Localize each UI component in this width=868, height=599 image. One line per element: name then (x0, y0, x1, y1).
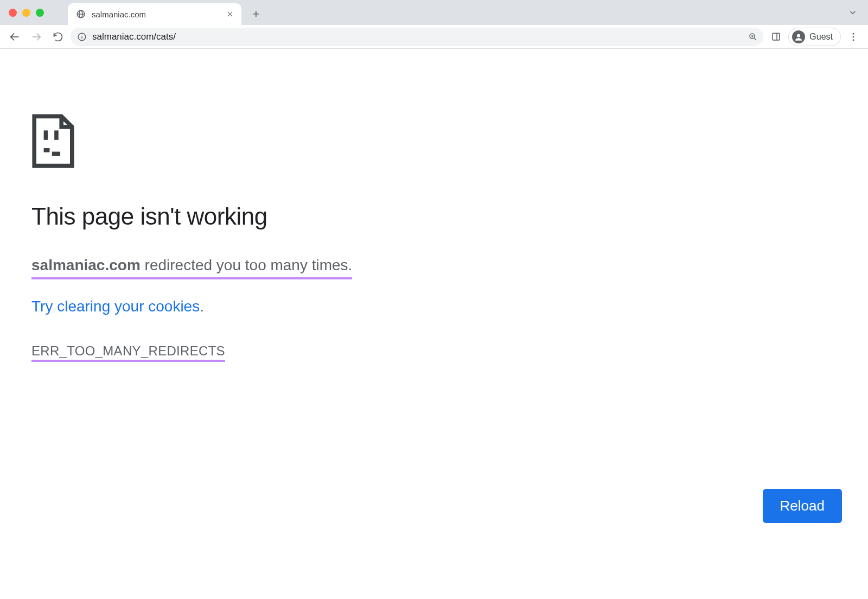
error-title: This page isn't working (31, 203, 837, 230)
browser-toolbar: Guest (0, 25, 868, 49)
svg-point-17 (853, 33, 854, 34)
svg-point-18 (853, 36, 854, 37)
error-message: salmaniac.com redirected you too many ti… (31, 254, 837, 279)
reload-toolbar-button[interactable] (49, 28, 67, 46)
error-page: This page isn't working salmaniac.com re… (0, 49, 868, 599)
svg-rect-22 (44, 148, 50, 152)
new-tab-button[interactable]: + (247, 5, 265, 23)
profile-label: Guest (809, 32, 833, 42)
tab-close-button[interactable] (225, 9, 235, 19)
svg-rect-23 (52, 152, 60, 156)
zoom-icon[interactable] (748, 32, 758, 42)
avatar-icon (792, 30, 805, 43)
tab-strip: salmaniac.com + (0, 0, 868, 25)
url-input[interactable] (92, 31, 743, 42)
reload-button[interactable]: Reload (763, 489, 842, 523)
globe-icon (75, 9, 86, 20)
svg-rect-14 (773, 33, 780, 40)
error-code: ERR_TOO_MANY_REDIRECTS (31, 343, 225, 362)
clear-cookies-link[interactable]: Try clearing your cookies (31, 298, 200, 315)
nav-back-button[interactable] (5, 28, 24, 46)
address-bar[interactable] (71, 28, 763, 46)
overflow-menu-button[interactable] (844, 28, 863, 46)
window-minimize-button[interactable] (22, 9, 30, 17)
tab-title: salmaniac.com (92, 10, 220, 19)
error-link-suffix: . (200, 298, 204, 315)
browser-tab[interactable]: salmaniac.com (68, 3, 241, 25)
svg-rect-21 (54, 130, 59, 139)
svg-rect-20 (44, 130, 48, 139)
side-panel-button[interactable] (767, 28, 785, 46)
svg-line-11 (755, 38, 757, 40)
site-info-icon[interactable] (77, 32, 87, 42)
window-close-button[interactable] (9, 9, 17, 17)
sad-file-icon (31, 114, 75, 168)
svg-point-16 (797, 34, 800, 37)
svg-point-19 (853, 39, 854, 41)
nav-forward-button[interactable] (27, 28, 46, 46)
error-domain: salmaniac.com (31, 257, 141, 273)
window-controls (0, 0, 68, 25)
window-maximize-button[interactable] (36, 9, 44, 17)
error-message-suffix: redirected you too many times. (141, 257, 353, 273)
tabs-dropdown-button[interactable] (845, 5, 860, 20)
profile-button[interactable]: Guest (788, 28, 841, 46)
